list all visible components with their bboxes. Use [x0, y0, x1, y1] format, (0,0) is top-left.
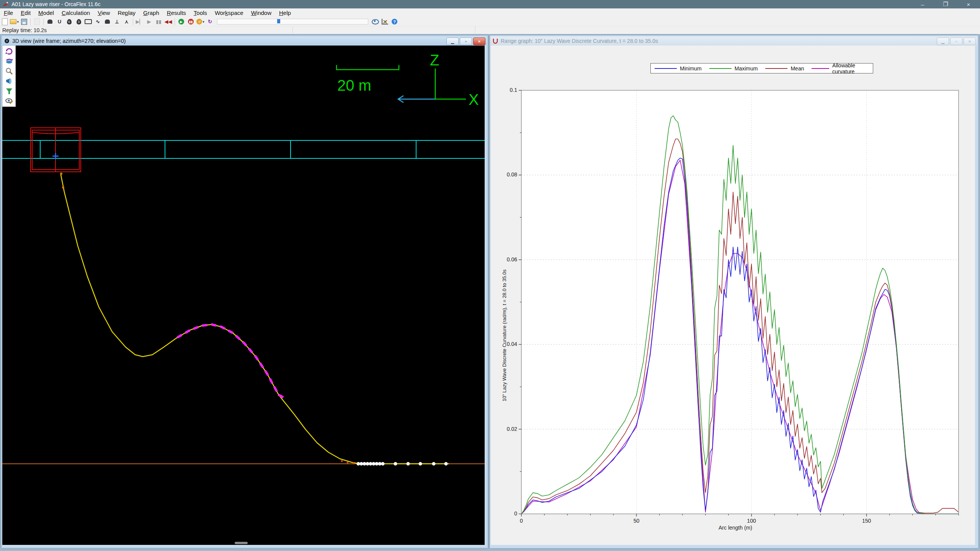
range-graph-titlebar[interactable]: Range graph: 10" Lazy Wave Discrete Curv… — [491, 36, 977, 46]
run-simulation-icon[interactable]: ▶ — [177, 18, 186, 26]
play-icon[interactable]: ▶ — [145, 18, 154, 26]
view3d-close-button[interactable]: × — [473, 37, 485, 45]
view-direction-icon[interactable] — [5, 77, 13, 85]
menu-model[interactable]: Model — [34, 9, 58, 17]
legend-item-mean: Mean — [761, 65, 808, 72]
pause-simulation-icon[interactable]: ▮▮ — [186, 18, 195, 26]
menu-calculation[interactable]: Calculation — [58, 9, 94, 17]
view3d-title: 3D view (wire frame; azimuth=270; elevat… — [12, 38, 126, 44]
view3d-restore-button[interactable]: ▫ — [460, 37, 472, 45]
x-tick-label: 0 — [520, 518, 523, 524]
edit-view-icon[interactable] — [5, 97, 13, 105]
open-model-button-dropdown[interactable]: ▾ — [17, 20, 19, 24]
new-attachment-icon[interactable]: ⋏ — [122, 18, 131, 26]
app-minimize-button[interactable]: – — [911, 0, 934, 8]
menu-results[interactable]: Results — [163, 9, 190, 17]
buoyancy-section — [177, 324, 284, 398]
y-tick-label: 0.04 — [507, 341, 517, 347]
pause-icon[interactable]: ▮▮ — [154, 18, 163, 26]
view3d-scroll-handle[interactable] — [235, 542, 248, 544]
range-graph-restore-button[interactable]: ▫ — [950, 37, 962, 45]
legend-swatch — [812, 68, 829, 69]
app-restore-button[interactable]: ❐ — [934, 0, 957, 8]
view3d-minimize-button[interactable]: ▁ — [446, 37, 459, 45]
menu-edit[interactable]: Edit — [17, 9, 34, 17]
filter-icon[interactable] — [5, 87, 13, 95]
range-graph-window: Range graph: 10" Lazy Wave Discrete Curv… — [490, 35, 978, 548]
zoom-icon[interactable] — [5, 67, 13, 75]
toolbar-separator — [133, 18, 133, 25]
legend-label: Mean — [791, 65, 804, 72]
menu-help[interactable]: Help — [275, 9, 295, 17]
new-3d-buoy-icon[interactable]: 3 — [74, 18, 83, 26]
replay-slider-thumb[interactable] — [277, 19, 280, 23]
menu-workspace[interactable]: Workspace — [211, 9, 247, 17]
new-3d-buoy-button: 3 — [77, 19, 81, 24]
view-direction-arrow — [398, 96, 435, 103]
view3d-window: 3D view (wire frame; azimuth=270; elevat… — [1, 35, 488, 548]
reset-button: ↺ — [196, 19, 202, 24]
sea-surface — [2, 140, 485, 158]
range-graph-minimize-button[interactable]: ▁ — [937, 37, 949, 45]
menu-graph[interactable]: Graph — [139, 9, 163, 17]
y-tick-label: 0 — [514, 510, 517, 517]
view-parameters-button — [372, 19, 379, 24]
legend-swatch — [655, 68, 677, 69]
status-separator — [475, 26, 475, 33]
range-graph-window-icon — [492, 38, 498, 44]
scale-bar-label: 20 m — [337, 77, 371, 94]
help-icon[interactable]: ? — [390, 18, 399, 26]
new-shape-icon[interactable] — [103, 18, 112, 26]
chart-plot — [491, 46, 975, 545]
vessel-wireframe[interactable] — [31, 128, 81, 172]
new-winch-icon[interactable] — [84, 18, 93, 26]
menu-bar: FileEditModelCalculationViewReplayGraphR… — [0, 8, 980, 17]
reset-button-dropdown[interactable]: ▾ — [203, 20, 204, 24]
range-graph-close-button[interactable]: × — [964, 37, 976, 45]
refresh-workspace-icon[interactable]: ↻ — [206, 18, 214, 26]
graph-icon[interactable] — [381, 18, 389, 26]
view3d-titlebar[interactable]: 3D view (wire frame; azimuth=270; elevat… — [2, 36, 487, 46]
menu-tools[interactable]: Tools — [190, 9, 211, 17]
view3d-toolbar — [2, 46, 16, 107]
open-model-icon[interactable]: ▾ — [10, 18, 19, 26]
reset-icon[interactable]: ↺▾ — [196, 18, 205, 26]
legend-item-minimum: Minimum — [651, 65, 706, 72]
menu-replay[interactable]: Replay — [114, 9, 139, 17]
pause-simulation-button: ▮▮ — [188, 19, 194, 24]
app-titlebar: A01 Lazy wave riser - OrcaFlex 11.6c – ❐… — [0, 0, 980, 8]
view3d-canvas[interactable]: 20 m Z X — [2, 46, 485, 545]
range-graph-title: Range graph: 10" Lazy Wave Discrete Curv… — [501, 38, 658, 44]
menu-view[interactable]: View — [94, 9, 114, 17]
x-axis-label: X — [469, 91, 479, 108]
legend-label: Allowable curvature — [832, 62, 869, 75]
range-graph-canvas[interactable]: MinimumMaximumMeanAllowable curvature 10… — [491, 46, 975, 545]
new-line-icon[interactable]: U — [55, 18, 64, 26]
run-simulation-button: ▶ — [178, 19, 184, 24]
riser-line — [60, 173, 449, 464]
new-link-icon[interactable]: ∿ — [93, 18, 102, 26]
spin-view-icon[interactable] — [5, 57, 13, 65]
replay-position-slider[interactable] — [217, 19, 368, 24]
menu-window[interactable]: Window — [247, 9, 275, 17]
y-tick-label: 0.08 — [507, 171, 517, 178]
skip-to-end-icon[interactable]: ▶▏ — [135, 18, 144, 26]
new-6d-buoy-button: 6 — [67, 19, 72, 24]
new-vessel-icon[interactable] — [46, 18, 54, 26]
view-parameters-icon[interactable] — [371, 18, 380, 26]
orcaflex-app-icon — [2, 2, 8, 7]
new-model-button — [2, 18, 8, 25]
replay-rewind-icon[interactable]: ◀◀ — [164, 18, 173, 26]
copy-icon[interactable] — [33, 18, 41, 26]
toolbar-separator — [30, 18, 31, 25]
help-button: ? — [392, 19, 397, 24]
new-6d-buoy-icon[interactable]: 6 — [65, 18, 74, 26]
riser-end-nodes — [60, 173, 354, 465]
menu-file[interactable]: File — [0, 9, 17, 17]
save-model-icon[interactable] — [20, 18, 28, 26]
rotate-view-icon[interactable] — [5, 47, 13, 55]
save-model-button — [21, 19, 27, 25]
new-constraint-icon[interactable]: ⟂ — [113, 18, 121, 26]
app-close-button[interactable]: × — [957, 0, 980, 8]
new-model-icon[interactable] — [0, 18, 9, 26]
